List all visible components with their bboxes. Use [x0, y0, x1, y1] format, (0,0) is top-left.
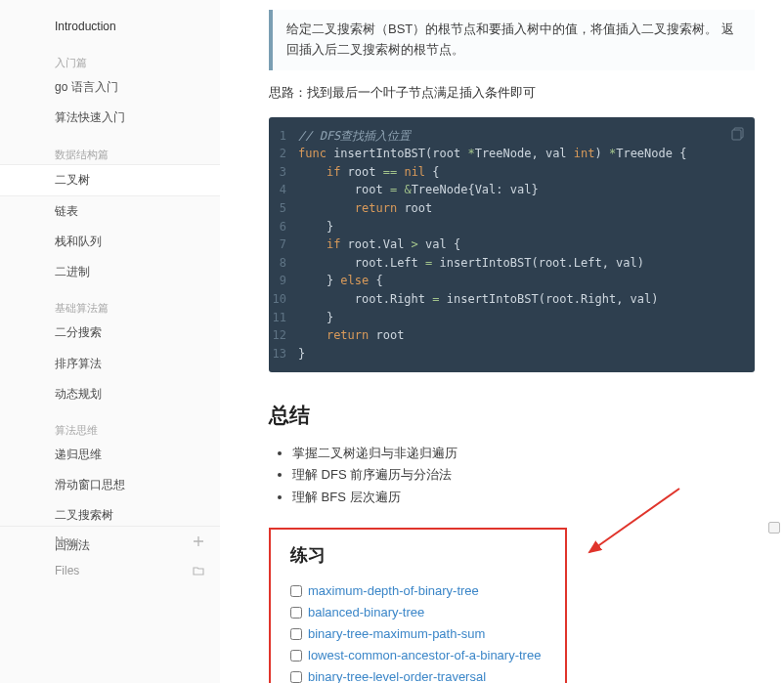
sidebar-group-label: 入门篇 — [0, 42, 220, 72]
code-line: 10 root.Right = insertIntoBST(root.Right… — [269, 290, 755, 309]
practice-heading: 练习 — [290, 543, 545, 567]
code-line: 9 } else { — [269, 272, 755, 290]
code-content: // DFS查找插入位置 — [298, 127, 411, 146]
code-block: 1// DFS查找插入位置2func insertIntoBST(root *T… — [269, 117, 755, 373]
exercise-checkbox[interactable] — [290, 607, 302, 619]
code-content: return root — [298, 199, 432, 218]
exercise-row: binary-tree-maximum-path-sum — [290, 623, 545, 645]
summary-list: 掌握二叉树递归与非递归遍历理解 DFS 前序遍历与分治法理解 BFS 层次遍历 — [269, 443, 755, 507]
line-number: 5 — [269, 199, 298, 218]
svg-rect-1 — [732, 130, 741, 140]
summary-point: 理解 DFS 前序遍历与分治法 — [292, 464, 755, 486]
sidebar-group-label: 数据结构篇 — [0, 134, 220, 164]
sidebar-item[interactable]: 滑动窗口思想 — [0, 470, 220, 500]
code-line: 12 return root — [269, 326, 755, 345]
line-number: 1 — [269, 127, 298, 146]
line-number: 9 — [269, 272, 298, 290]
main-content: 给定二叉搜索树（BST）的根节点和要插入树中的值，将值插入二叉搜索树。 返回插入… — [220, 0, 784, 683]
sidebar-item[interactable]: 二叉树 — [0, 164, 220, 196]
line-number: 4 — [269, 181, 298, 199]
code-content: } — [298, 218, 333, 236]
exercise-row: lowest-common-ancestor-of-a-binary-tree — [290, 645, 545, 666]
code-line: 4 root = &TreeNode{Val: val} — [269, 181, 755, 199]
code-content: return root — [298, 326, 404, 345]
code-line: 7 if root.Val > val { — [269, 235, 755, 254]
code-line: 5 return root — [269, 199, 755, 218]
summary-point: 理解 BFS 层次遍历 — [292, 487, 755, 508]
sidebar-group-label: 基础算法篇 — [0, 287, 220, 318]
code-line: 11 } — [269, 309, 755, 327]
idea-text: 思路：找到最后一个叶子节点满足插入条件即可 — [269, 84, 755, 102]
sidebar-new-label: New — [55, 534, 78, 548]
code-line: 1// DFS查找插入位置 — [269, 127, 755, 146]
exercise-link[interactable]: maximum-depth-of-binary-tree — [308, 580, 479, 602]
sidebar-item[interactable]: 动态规划 — [0, 379, 220, 409]
code-content: } — [298, 309, 333, 327]
exercise-link[interactable]: binary-tree-level-order-traversal — [308, 666, 486, 683]
sidebar-item[interactable]: 链表 — [0, 196, 220, 227]
summary-heading: 总结 — [269, 402, 755, 429]
sidebar-item[interactable]: 算法快速入门 — [0, 103, 220, 133]
exercise-checkbox[interactable] — [290, 585, 302, 597]
line-number: 2 — [269, 145, 298, 163]
sidebar-files-label: Files — [55, 564, 79, 577]
exercise-link[interactable]: lowest-common-ancestor-of-a-binary-tree — [308, 645, 541, 666]
code-line: 8 root.Left = insertIntoBST(root.Left, v… — [269, 254, 755, 273]
sidebar-new[interactable]: New — [0, 527, 220, 556]
sidebar-item[interactable]: 二分搜索 — [0, 318, 220, 348]
exercise-checkbox[interactable] — [290, 650, 302, 662]
exercise-row: binary-tree-level-order-traversal — [290, 666, 545, 683]
line-number: 7 — [269, 235, 298, 254]
sidebar-item[interactable]: 递归思维 — [0, 440, 220, 470]
exercise-checkbox[interactable] — [290, 671, 302, 683]
code-line: 2func insertIntoBST(root *TreeNode, val … — [269, 145, 755, 163]
copy-icon[interactable] — [731, 127, 745, 141]
sidebar-item[interactable]: 二进制 — [0, 257, 220, 287]
exercise-row: maximum-depth-of-binary-tree — [290, 580, 545, 602]
sidebar-item[interactable]: 栈和队列 — [0, 227, 220, 257]
code-content: } else { — [298, 272, 383, 290]
sidebar-tools: New Files — [0, 526, 220, 585]
line-number: 13 — [269, 345, 298, 363]
code-content: root = &TreeNode{Val: val} — [298, 181, 539, 199]
problem-quote: 给定二叉搜索树（BST）的根节点和要插入树中的值，将值插入二叉搜索树。 返回插入… — [269, 10, 755, 70]
exercise-checkbox[interactable] — [290, 628, 302, 640]
plus-icon — [193, 535, 204, 547]
exercise-link[interactable]: binary-tree-maximum-path-sum — [308, 623, 485, 645]
exercise-link[interactable]: balanced-binary-tree — [308, 602, 424, 623]
sidebar-intro[interactable]: Introduction — [0, 12, 220, 42]
code-content: } — [298, 345, 305, 363]
code-line: 3 if root == nil { — [269, 163, 755, 182]
practice-box: 练习 maximum-depth-of-binary-treebalanced-… — [269, 528, 567, 683]
code-content: if root.Val > val { — [298, 235, 460, 254]
sidebar-item[interactable]: go 语言入门 — [0, 72, 220, 103]
sidebar: Introduction 入门篇go 语言入门算法快速入门数据结构篇二叉树链表栈… — [0, 0, 220, 683]
exercise-row: balanced-binary-tree — [290, 602, 545, 623]
code-content: func insertIntoBST(root *TreeNode, val i… — [298, 145, 686, 163]
sidebar-item[interactable]: 排序算法 — [0, 349, 220, 379]
code-content: if root == nil { — [298, 163, 440, 182]
code-line: 6 } — [269, 218, 755, 236]
line-number: 3 — [269, 163, 298, 182]
line-number: 12 — [269, 326, 298, 345]
line-number: 10 — [269, 290, 298, 309]
code-content: root.Right = insertIntoBST(root.Right, v… — [298, 290, 658, 309]
code-line: 13} — [269, 345, 755, 363]
code-content: root.Left = insertIntoBST(root.Left, val… — [298, 254, 644, 273]
sidebar-group-label: 算法思维 — [0, 409, 220, 440]
scroll-indicator-icon — [768, 522, 780, 534]
line-number: 8 — [269, 254, 298, 273]
sidebar-files[interactable]: Files — [0, 556, 220, 585]
line-number: 11 — [269, 309, 298, 327]
line-number: 6 — [269, 218, 298, 236]
folder-icon — [193, 565, 204, 576]
summary-point: 掌握二叉树递归与非递归遍历 — [292, 443, 755, 464]
